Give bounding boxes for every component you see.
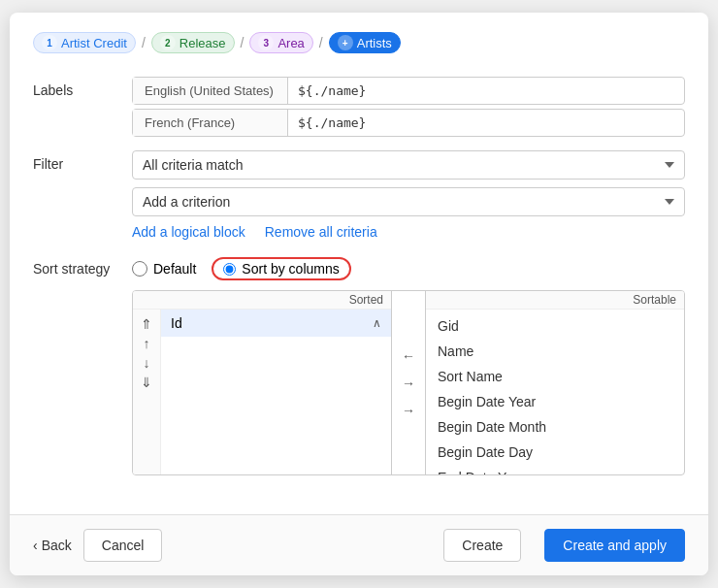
labels-section: Labels English (United States) ${./name}… (33, 77, 685, 137)
sort-by-columns-label: Sort by columns (242, 261, 339, 277)
sortable-item-begin-date-year[interactable]: Begin Date Year (426, 389, 684, 414)
sortable-item-sort-name[interactable]: Sort Name (426, 364, 684, 389)
sortable-item-end-date-year[interactable]: End Date Year (426, 465, 684, 474)
sort-by-columns-radio[interactable] (223, 263, 236, 276)
create-button[interactable]: Create (443, 529, 521, 562)
sort-by-columns-option[interactable]: Sort by columns (212, 257, 350, 280)
sort-top-button[interactable]: ⇑ (137, 315, 156, 333)
filter-buttons-row: Add a logical block Remove all criteria (132, 224, 685, 240)
remove-all-criteria-button[interactable]: Remove all criteria (265, 224, 377, 240)
breadcrumb-sep-1: / (142, 35, 146, 50)
back-label: Back (42, 538, 72, 553)
label-row-english: English (United States) ${./name} (132, 77, 685, 105)
modal: 1 Artist Credit / 2 Release / 3 Area / (10, 13, 708, 575)
lang-english-value: ${./name} (288, 78, 684, 104)
sorted-item[interactable]: Id ∧ (161, 310, 391, 337)
lang-french-label: French (France) (133, 110, 288, 136)
breadcrumb-badge-area: 3 Area (249, 32, 312, 53)
transfer-right-button2[interactable]: → (398, 401, 419, 420)
sortable-item-begin-date-month[interactable]: Begin Date Month (426, 414, 684, 440)
breadcrumb-item-release[interactable]: 2 Release (151, 32, 235, 53)
filter-add-criterion-row: Add a criterion (132, 187, 685, 216)
breadcrumb-badge-release: 2 Release (151, 32, 235, 53)
sorted-items-list: Id ∧ (161, 310, 391, 474)
sortable-item-gid[interactable]: Gid (426, 313, 684, 339)
filter-criteria-select[interactable]: All criteria match Any criteria match (132, 150, 685, 180)
filter-section: Filter All criteria match Any criteria m… (33, 150, 685, 216)
sorted-item-label: Id (171, 315, 182, 331)
filter-add-criterion-select[interactable]: Add a criterion (132, 187, 685, 216)
labels-content: English (United States) ${./name} French… (132, 77, 685, 137)
modal-body: 1 Artist Credit / 2 Release / 3 Area / (10, 13, 708, 514)
sortable-items-list: Gid Name Sort Name Begin Date Year Begin… (426, 310, 684, 474)
breadcrumb-badge-artists: + Artists (329, 32, 401, 53)
lang-english-label: English (United States) (133, 78, 288, 104)
back-button[interactable]: ‹ Back (33, 538, 72, 553)
sorted-item-remove[interactable]: ∧ (373, 316, 381, 330)
sorted-panel: Sorted ⇑ ↑ ↓ ⇓ Id ∧ (133, 291, 392, 474)
sortable-panel-header: Sortable (426, 291, 684, 310)
transfer-right-button[interactable]: → (398, 374, 419, 393)
back-chevron-icon: ‹ (33, 538, 38, 553)
breadcrumb-item-artists[interactable]: + Artists (329, 32, 401, 53)
breadcrumb-item-area[interactable]: 3 Area (249, 32, 312, 53)
sorted-panel-header: Sorted (133, 291, 391, 310)
modal-footer: ‹ Back Cancel Create Create and apply (10, 514, 708, 575)
filter-criteria-row: All criteria match Any criteria match (132, 150, 685, 180)
sorted-arrows-col: ⇑ ↑ ↓ ⇓ (133, 310, 161, 474)
sortable-panel: Sortable Gid Name Sort Name Begin Date Y… (426, 291, 684, 474)
sortable-item-name[interactable]: Name (426, 339, 684, 364)
labels-label: Labels (33, 77, 120, 98)
sort-columns-area: Sorted ⇑ ↑ ↓ ⇓ Id ∧ (132, 290, 685, 475)
breadcrumb-badge-artist-credit: 1 Artist Credit (33, 32, 136, 53)
sorted-panel-body: ⇑ ↑ ↓ ⇓ Id ∧ (133, 310, 391, 474)
sort-options: Default Sort by columns (132, 257, 351, 280)
add-logical-block-button[interactable]: Add a logical block (132, 224, 245, 240)
footer-left: ‹ Back Cancel (33, 529, 162, 562)
sort-strategy-label: Sort strategy (33, 257, 120, 277)
sortable-item-begin-date-day[interactable]: Begin Date Day (426, 440, 684, 465)
breadcrumb: 1 Artist Credit / 2 Release / 3 Area / (33, 32, 685, 53)
breadcrumb-sep-2: / (241, 35, 245, 50)
sort-up-button[interactable]: ↑ (140, 335, 154, 352)
transfer-col: ← → → (392, 291, 426, 474)
filter-content: All criteria match Any criteria match Ad… (132, 150, 685, 216)
cancel-button[interactable]: Cancel (83, 529, 163, 562)
breadcrumb-item-artist-credit[interactable]: 1 Artist Credit (33, 32, 136, 53)
filter-label: Filter (33, 150, 120, 172)
sort-default-label: Default (153, 261, 196, 277)
sort-default-radio[interactable] (132, 261, 147, 277)
transfer-left-button[interactable]: ← (398, 346, 419, 366)
create-and-apply-button[interactable]: Create and apply (544, 529, 685, 562)
sort-strategy-section: Sort strategy Default Sort by columns (33, 257, 685, 280)
label-row-french: French (France) ${./name} (132, 109, 685, 137)
sort-bottom-button[interactable]: ⇓ (137, 374, 156, 391)
breadcrumb-sep-3: / (319, 35, 323, 50)
lang-french-value: ${./name} (288, 110, 684, 136)
sort-default-option[interactable]: Default (132, 261, 196, 277)
sort-down-button[interactable]: ↓ (140, 354, 154, 372)
